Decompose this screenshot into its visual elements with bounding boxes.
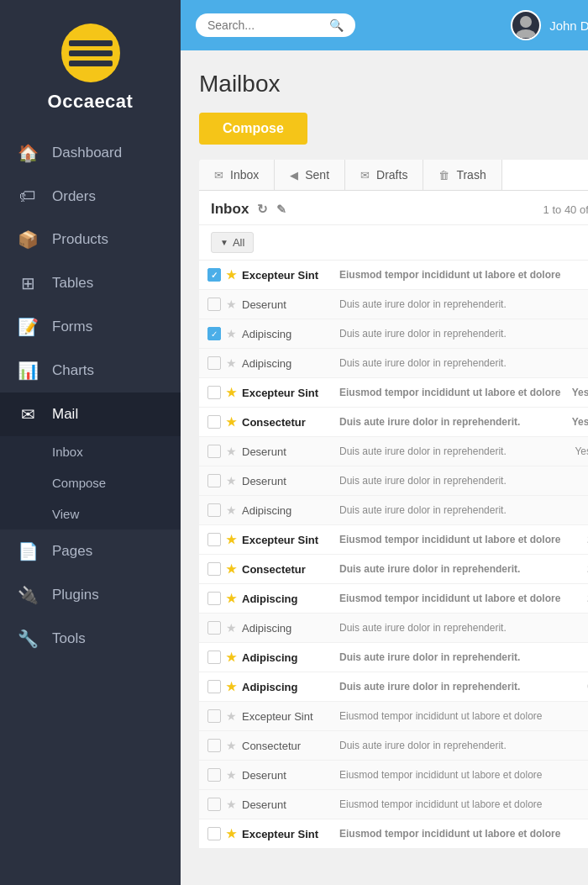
- tab-inbox[interactable]: ✉ Inbox: [199, 160, 275, 190]
- email-sender: Excepteur Sint: [242, 269, 334, 282]
- email-checkbox[interactable]: [207, 562, 221, 576]
- email-row[interactable]: ★DeseruntDuis aute irure dolor in repreh…: [199, 290, 588, 319]
- email-checkbox[interactable]: [207, 592, 221, 605]
- email-preview: Duis aute irure dolor in reprehenderit.: [339, 445, 560, 457]
- star-icon[interactable]: ★: [226, 798, 237, 811]
- tab-sent[interactable]: ◀ Sent: [275, 160, 345, 190]
- email-checkbox[interactable]: [207, 533, 221, 546]
- search-bar[interactable]: 🔍: [196, 13, 355, 37]
- star-icon[interactable]: ★: [226, 503, 237, 517]
- search-input[interactable]: [207, 18, 326, 32]
- star-icon[interactable]: ★: [226, 592, 237, 605]
- email-checkbox[interactable]: [207, 415, 221, 429]
- email-list: ✓★Excepteur SintEiusmod tempor incididun…: [199, 261, 588, 849]
- email-row[interactable]: ★AdipiscingDuis aute irure dolor in repr…: [199, 614, 588, 643]
- filter-all-button[interactable]: ▼ All: [211, 232, 254, 253]
- email-sender: Excepteur Sint: [242, 710, 334, 723]
- star-icon[interactable]: ★: [226, 709, 237, 723]
- email-row[interactable]: ✓★Excepteur SintEiusmod tempor incididun…: [199, 261, 588, 290]
- email-preview: Eiusmod tempor incididunt ut labore et d…: [339, 798, 560, 810]
- refresh-icon[interactable]: ↻: [257, 202, 268, 217]
- email-row[interactable]: ★ConsecteturDuis aute irure dolor in rep…: [199, 731, 588, 761]
- email-checkbox[interactable]: [207, 621, 221, 635]
- star-icon[interactable]: ★: [226, 298, 237, 311]
- star-icon[interactable]: ★: [226, 827, 237, 840]
- email-checkbox[interactable]: [207, 680, 221, 693]
- submenu-view[interactable]: View: [0, 498, 181, 529]
- sidebar-item-tables[interactable]: ⊞ Tables: [0, 261, 181, 305]
- star-icon[interactable]: ★: [226, 474, 237, 487]
- sidebar-item-pages[interactable]: 📄 Pages: [0, 529, 181, 573]
- email-checkbox[interactable]: ✓: [207, 327, 221, 340]
- star-icon[interactable]: ★: [226, 356, 237, 370]
- sidebar-item-charts[interactable]: 📊 Charts: [0, 349, 181, 392]
- email-checkbox[interactable]: [207, 503, 221, 517]
- email-checkbox[interactable]: [207, 386, 221, 399]
- star-icon[interactable]: ★: [226, 386, 237, 399]
- email-row[interactable]: ✓★AdipiscingDuis aute irure dolor in rep…: [199, 319, 588, 349]
- email-row[interactable]: ★DeseruntDuis aute irure dolor in repreh…: [199, 437, 588, 466]
- email-checkbox[interactable]: [207, 827, 221, 840]
- drafts-tab-icon: ✉: [360, 169, 370, 182]
- sidebar-item-plugins[interactable]: 🔌 Plugins: [0, 573, 181, 617]
- email-row[interactable]: ★Excepteur SintEiusmod tempor incididunt…: [199, 378, 588, 408]
- email-time: 28 Jan: [565, 828, 588, 840]
- products-icon: 📦: [17, 229, 39, 250]
- sidebar-item-forms[interactable]: 📝 Forms: [0, 305, 181, 349]
- submenu-compose[interactable]: Compose: [0, 467, 181, 498]
- email-checkbox[interactable]: [207, 709, 221, 723]
- logo-icon: [61, 24, 120, 82]
- star-icon[interactable]: ★: [226, 651, 237, 664]
- email-checkbox[interactable]: [207, 445, 221, 458]
- sidebar-item-dashboard[interactable]: 🏠 Dashboard: [0, 131, 181, 175]
- email-row[interactable]: ★ConsecteturDuis aute irure dolor in rep…: [199, 408, 588, 437]
- email-checkbox[interactable]: [207, 798, 221, 811]
- submenu-inbox[interactable]: Inbox: [0, 436, 181, 467]
- email-checkbox[interactable]: [207, 651, 221, 664]
- sidebar-item-products[interactable]: 📦 Products: [0, 218, 181, 261]
- email-checkbox[interactable]: [207, 768, 221, 782]
- email-row[interactable]: ★Excepteur SintEiusmod tempor incididunt…: [199, 819, 588, 849]
- edit-icon[interactable]: ✎: [276, 203, 286, 216]
- email-checkbox[interactable]: [207, 739, 221, 752]
- compose-button[interactable]: Compose: [199, 113, 307, 145]
- email-row[interactable]: ★AdipiscingDuis aute irure dolor in repr…: [199, 672, 588, 702]
- email-row[interactable]: ★Excepteur SintEiusmod tempor incididunt…: [199, 702, 588, 731]
- email-checkbox[interactable]: ✓: [207, 268, 221, 282]
- sidebar-item-tools[interactable]: 🔧 Tools: [0, 617, 181, 661]
- plugins-icon: 🔌: [17, 585, 39, 605]
- mail-submenu: Inbox Compose View: [0, 436, 181, 529]
- email-row[interactable]: ★DeseruntDuis aute irure dolor in repreh…: [199, 466, 588, 496]
- email-checkbox[interactable]: [207, 298, 221, 311]
- tab-trash[interactable]: 🗑 Trash: [423, 160, 501, 190]
- email-checkbox[interactable]: [207, 474, 221, 487]
- sidebar-item-orders[interactable]: 🏷 Orders: [0, 175, 181, 218]
- email-time: 25 Feb: [565, 475, 588, 487]
- email-row[interactable]: ★AdipiscingEiusmod tempor incididunt ut …: [199, 584, 588, 614]
- email-row[interactable]: ★AdipiscingDuis aute irure dolor in repr…: [199, 349, 588, 378]
- charts-icon: 📊: [17, 361, 39, 381]
- email-row[interactable]: ★AdipiscingDuis aute irure dolor in repr…: [199, 496, 588, 525]
- email-time: 19:34: [565, 269, 588, 281]
- star-icon[interactable]: ★: [226, 739, 237, 752]
- logo-stripe-1: [69, 40, 113, 46]
- email-row[interactable]: ★DeseruntEiusmod tempor incididunt ut la…: [199, 790, 588, 819]
- star-icon[interactable]: ★: [226, 268, 237, 282]
- sidebar-item-mail[interactable]: ✉ Mail: [0, 392, 181, 436]
- star-icon[interactable]: ★: [226, 533, 237, 546]
- star-icon[interactable]: ★: [226, 621, 237, 635]
- star-icon[interactable]: ★: [226, 327, 237, 340]
- email-row[interactable]: ★AdipiscingDuis aute irure dolor in repr…: [199, 643, 588, 672]
- email-row[interactable]: ★DeseruntEiusmod tempor incididunt ut la…: [199, 761, 588, 790]
- home-icon: 🏠: [17, 143, 39, 163]
- star-icon[interactable]: ★: [226, 445, 237, 458]
- tab-drafts[interactable]: ✉ Drafts: [345, 160, 423, 190]
- email-row[interactable]: ★ConsecteturDuis aute irure dolor in rep…: [199, 555, 588, 584]
- star-icon[interactable]: ★: [226, 562, 237, 576]
- user-info: John Doe: [511, 10, 588, 40]
- email-checkbox[interactable]: [207, 356, 221, 370]
- email-row[interactable]: ★Excepteur SintEiusmod tempor incididunt…: [199, 525, 588, 555]
- star-icon[interactable]: ★: [226, 680, 237, 693]
- star-icon[interactable]: ★: [226, 768, 237, 782]
- star-icon[interactable]: ★: [226, 415, 237, 429]
